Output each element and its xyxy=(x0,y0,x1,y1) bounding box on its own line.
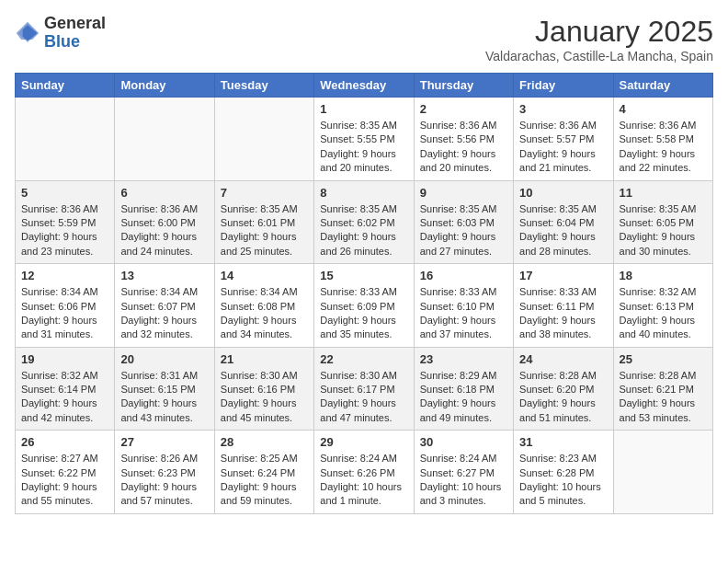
day-number: 22 xyxy=(320,352,407,366)
day-number: 2 xyxy=(420,102,507,116)
day-info: Sunrise: 8:24 AM Sunset: 6:26 PM Dayligh… xyxy=(320,452,407,509)
day-info: Sunrise: 8:24 AM Sunset: 6:27 PM Dayligh… xyxy=(420,452,507,509)
day-info: Sunrise: 8:26 AM Sunset: 6:23 PM Dayligh… xyxy=(120,452,208,509)
calendar-cell: 3Sunrise: 8:36 AM Sunset: 5:57 PM Daylig… xyxy=(514,98,613,181)
day-info: Sunrise: 8:32 AM Sunset: 6:14 PM Dayligh… xyxy=(21,369,108,426)
day-info: Sunrise: 8:35 AM Sunset: 6:05 PM Dayligh… xyxy=(620,202,707,259)
calendar-cell: 21Sunrise: 8:30 AM Sunset: 6:16 PM Dayli… xyxy=(214,347,313,431)
calendar-cell: 7Sunrise: 8:35 AM Sunset: 6:01 PM Daylig… xyxy=(214,180,313,264)
calendar-cell: 24Sunrise: 8:28 AM Sunset: 6:20 PM Dayli… xyxy=(514,347,613,431)
day-number: 14 xyxy=(221,269,308,282)
calendar-cell: 8Sunrise: 8:35 AM Sunset: 6:02 PM Daylig… xyxy=(314,180,414,264)
calendar-cell: 17Sunrise: 8:33 AM Sunset: 6:11 PM Dayli… xyxy=(514,264,613,348)
page-header: General Blue January 2025 Valdarachas, C… xyxy=(15,15,713,63)
day-number: 19 xyxy=(21,352,108,366)
location-subtitle: Valdarachas, Castille-La Mancha, Spain xyxy=(485,49,713,63)
calendar-cell: 30Sunrise: 8:24 AM Sunset: 6:27 PM Dayli… xyxy=(414,431,513,514)
day-info: Sunrise: 8:29 AM Sunset: 6:18 PM Dayligh… xyxy=(420,369,507,426)
day-number: 27 xyxy=(120,435,208,449)
month-title: January 2025 xyxy=(485,15,713,49)
calendar-day-header: Tuesday xyxy=(214,74,313,98)
calendar-day-header: Friday xyxy=(514,74,613,98)
calendar-cell: 20Sunrise: 8:31 AM Sunset: 6:15 PM Dayli… xyxy=(115,347,214,431)
calendar-day-header: Monday xyxy=(115,74,214,98)
day-number: 28 xyxy=(221,435,308,449)
day-number: 7 xyxy=(221,186,308,200)
calendar-cell: 9Sunrise: 8:35 AM Sunset: 6:03 PM Daylig… xyxy=(414,180,513,264)
logo-icon xyxy=(15,20,40,46)
logo-general: General xyxy=(44,14,106,32)
day-number: 5 xyxy=(21,186,108,200)
calendar-cell xyxy=(115,98,214,181)
day-info: Sunrise: 8:36 AM Sunset: 6:00 PM Dayligh… xyxy=(120,202,208,259)
day-number: 21 xyxy=(221,352,308,366)
day-info: Sunrise: 8:23 AM Sunset: 6:28 PM Dayligh… xyxy=(519,452,607,509)
day-info: Sunrise: 8:31 AM Sunset: 6:15 PM Dayligh… xyxy=(120,369,208,426)
day-info: Sunrise: 8:34 AM Sunset: 6:08 PM Dayligh… xyxy=(221,285,308,342)
calendar-cell: 23Sunrise: 8:29 AM Sunset: 6:18 PM Dayli… xyxy=(414,347,513,431)
day-number: 31 xyxy=(519,435,607,449)
day-info: Sunrise: 8:28 AM Sunset: 6:20 PM Dayligh… xyxy=(519,369,607,426)
day-info: Sunrise: 8:35 AM Sunset: 6:01 PM Dayligh… xyxy=(221,202,308,259)
day-info: Sunrise: 8:28 AM Sunset: 6:21 PM Dayligh… xyxy=(620,369,707,426)
calendar-cell xyxy=(613,431,712,514)
calendar-cell xyxy=(214,98,313,181)
calendar-cell: 5Sunrise: 8:36 AM Sunset: 5:59 PM Daylig… xyxy=(16,180,115,264)
calendar-cell: 6Sunrise: 8:36 AM Sunset: 6:00 PM Daylig… xyxy=(115,180,214,264)
day-info: Sunrise: 8:30 AM Sunset: 6:17 PM Dayligh… xyxy=(320,369,407,426)
day-number: 13 xyxy=(120,269,208,282)
day-number: 17 xyxy=(519,269,607,282)
day-number: 26 xyxy=(21,435,108,449)
title-block: January 2025 Valdarachas, Castille-La Ma… xyxy=(485,15,713,63)
day-number: 16 xyxy=(420,269,507,282)
day-info: Sunrise: 8:36 AM Sunset: 5:57 PM Dayligh… xyxy=(519,119,607,176)
day-number: 1 xyxy=(320,102,407,116)
calendar-cell: 15Sunrise: 8:33 AM Sunset: 6:09 PM Dayli… xyxy=(314,264,414,348)
logo: General Blue xyxy=(15,15,106,52)
day-number: 4 xyxy=(620,102,707,116)
day-info: Sunrise: 8:35 AM Sunset: 6:04 PM Dayligh… xyxy=(519,202,607,259)
day-number: 20 xyxy=(120,352,208,366)
calendar-cell: 13Sunrise: 8:34 AM Sunset: 6:07 PM Dayli… xyxy=(115,264,214,348)
calendar-cell: 27Sunrise: 8:26 AM Sunset: 6:23 PM Dayli… xyxy=(115,431,214,514)
day-number: 11 xyxy=(620,186,707,200)
day-number: 25 xyxy=(620,352,707,366)
calendar-cell: 31Sunrise: 8:23 AM Sunset: 6:28 PM Dayli… xyxy=(514,431,613,514)
calendar-week-row: 26Sunrise: 8:27 AM Sunset: 6:22 PM Dayli… xyxy=(16,431,713,514)
day-number: 23 xyxy=(420,352,507,366)
logo-text: General Blue xyxy=(44,15,106,52)
day-number: 12 xyxy=(21,269,108,282)
day-info: Sunrise: 8:33 AM Sunset: 6:09 PM Dayligh… xyxy=(320,285,407,342)
day-info: Sunrise: 8:30 AM Sunset: 6:16 PM Dayligh… xyxy=(221,369,308,426)
day-info: Sunrise: 8:36 AM Sunset: 5:59 PM Dayligh… xyxy=(21,202,108,259)
calendar-cell: 14Sunrise: 8:34 AM Sunset: 6:08 PM Dayli… xyxy=(214,264,313,348)
calendar-cell: 25Sunrise: 8:28 AM Sunset: 6:21 PM Dayli… xyxy=(613,347,712,431)
calendar-cell xyxy=(16,98,115,181)
day-number: 8 xyxy=(320,186,407,200)
day-number: 3 xyxy=(519,102,607,116)
day-number: 9 xyxy=(420,186,507,200)
calendar-cell: 4Sunrise: 8:36 AM Sunset: 5:58 PM Daylig… xyxy=(613,98,712,181)
day-number: 18 xyxy=(620,269,707,282)
calendar-week-row: 12Sunrise: 8:34 AM Sunset: 6:06 PM Dayli… xyxy=(16,264,713,348)
logo-blue: Blue xyxy=(44,32,80,51)
day-number: 30 xyxy=(420,435,507,449)
day-info: Sunrise: 8:27 AM Sunset: 6:22 PM Dayligh… xyxy=(21,452,108,509)
day-number: 24 xyxy=(519,352,607,366)
day-info: Sunrise: 8:34 AM Sunset: 6:07 PM Dayligh… xyxy=(120,285,208,342)
calendar-cell: 1Sunrise: 8:35 AM Sunset: 5:55 PM Daylig… xyxy=(314,98,414,181)
calendar-cell: 26Sunrise: 8:27 AM Sunset: 6:22 PM Dayli… xyxy=(16,431,115,514)
day-info: Sunrise: 8:34 AM Sunset: 6:06 PM Dayligh… xyxy=(21,285,108,342)
day-number: 29 xyxy=(320,435,407,449)
calendar-cell: 29Sunrise: 8:24 AM Sunset: 6:26 PM Dayli… xyxy=(314,431,414,514)
calendar-table: SundayMondayTuesdayWednesdayThursdayFrid… xyxy=(15,73,713,514)
calendar-day-header: Sunday xyxy=(16,74,115,98)
day-info: Sunrise: 8:25 AM Sunset: 6:24 PM Dayligh… xyxy=(221,452,308,509)
calendar-day-header: Thursday xyxy=(414,74,513,98)
calendar-week-row: 1Sunrise: 8:35 AM Sunset: 5:55 PM Daylig… xyxy=(16,98,713,181)
day-number: 10 xyxy=(519,186,607,200)
day-info: Sunrise: 8:35 AM Sunset: 5:55 PM Dayligh… xyxy=(320,119,407,176)
calendar-week-row: 5Sunrise: 8:36 AM Sunset: 5:59 PM Daylig… xyxy=(16,180,713,264)
calendar-cell: 10Sunrise: 8:35 AM Sunset: 6:04 PM Dayli… xyxy=(514,180,613,264)
day-info: Sunrise: 8:33 AM Sunset: 6:11 PM Dayligh… xyxy=(519,285,607,342)
